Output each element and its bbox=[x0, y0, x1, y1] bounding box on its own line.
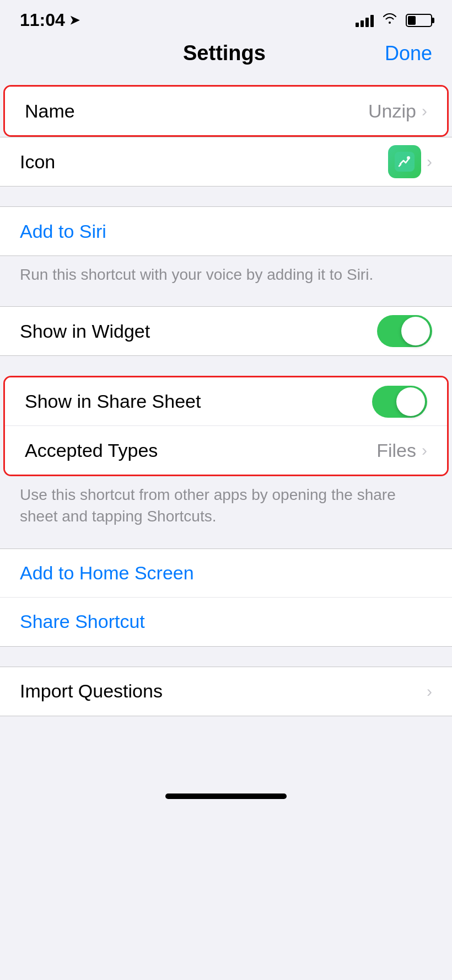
home-screen-section: Add to Home Screen Share Shortcut bbox=[0, 548, 452, 647]
siri-description: Run this shortcut with your voice by add… bbox=[0, 256, 452, 296]
signal-bar-3 bbox=[365, 18, 369, 27]
signal-bar-1 bbox=[356, 23, 359, 27]
icon-row[interactable]: Icon › bbox=[0, 137, 452, 186]
status-time: 11:04 ➤ bbox=[20, 10, 79, 30]
widget-section: Show in Widget bbox=[0, 306, 452, 356]
signal-bar-2 bbox=[360, 20, 364, 27]
icon-label: Icon bbox=[20, 151, 55, 173]
accepted-types-value-group: Files › bbox=[376, 440, 427, 461]
share-shortcut-row[interactable]: Share Shortcut bbox=[0, 598, 452, 646]
icon-badge bbox=[388, 145, 421, 178]
location-icon: ➤ bbox=[69, 13, 79, 28]
add-to-siri-row[interactable]: Add to Siri bbox=[0, 207, 452, 255]
svg-point-1 bbox=[407, 156, 410, 159]
signal-bars bbox=[356, 14, 374, 27]
import-section: Import Questions › bbox=[0, 667, 452, 716]
import-questions-label: Import Questions bbox=[20, 680, 163, 702]
add-to-siri-label: Add to Siri bbox=[20, 221, 106, 242]
accepted-types-value: Files bbox=[376, 440, 416, 461]
home-bar bbox=[165, 793, 287, 799]
siri-section: Add to Siri bbox=[0, 206, 452, 256]
wifi-icon bbox=[381, 12, 398, 29]
add-to-home-screen-row[interactable]: Add to Home Screen bbox=[0, 549, 452, 598]
home-indicator bbox=[0, 782, 452, 816]
name-chevron: › bbox=[422, 102, 427, 120]
page-title: Settings bbox=[64, 41, 385, 65]
name-value: Unzip bbox=[368, 100, 416, 122]
accepted-types-chevron: › bbox=[422, 441, 427, 460]
accepted-types-row[interactable]: Accepted Types Files › bbox=[5, 426, 447, 475]
name-row[interactable]: Name Unzip › bbox=[5, 87, 447, 135]
name-label: Name bbox=[25, 100, 75, 122]
time-display: 11:04 bbox=[20, 10, 65, 30]
toggle-knob-2 bbox=[396, 387, 425, 416]
import-questions-chevron: › bbox=[427, 682, 432, 701]
done-button[interactable]: Done bbox=[385, 42, 432, 65]
show-in-share-sheet-row[interactable]: Show in Share Sheet bbox=[5, 377, 447, 426]
icon-chevron: › bbox=[427, 152, 432, 171]
show-in-widget-toggle[interactable] bbox=[377, 315, 432, 347]
icon-section: Icon › bbox=[0, 137, 452, 187]
show-in-share-sheet-toggle[interactable] bbox=[372, 386, 427, 418]
share-sheet-section: Show in Share Sheet Accepted Types Files… bbox=[3, 376, 449, 476]
toggle-knob bbox=[401, 317, 430, 345]
signal-bar-4 bbox=[370, 15, 374, 27]
show-in-share-sheet-label: Show in Share Sheet bbox=[25, 391, 201, 412]
show-in-widget-row[interactable]: Show in Widget bbox=[0, 307, 452, 355]
name-value-group: Unzip › bbox=[368, 100, 427, 122]
nav-bar: Settings Done bbox=[0, 36, 452, 75]
status-icons bbox=[356, 12, 432, 29]
battery-icon bbox=[406, 14, 432, 27]
status-bar: 11:04 ➤ bbox=[0, 0, 452, 36]
show-in-widget-label: Show in Widget bbox=[20, 321, 150, 342]
import-questions-row[interactable]: Import Questions › bbox=[0, 667, 452, 716]
import-questions-value-group: › bbox=[427, 682, 432, 701]
name-section: Name Unzip › bbox=[3, 85, 449, 137]
accepted-types-label: Accepted Types bbox=[25, 440, 158, 461]
add-to-home-screen-label: Add to Home Screen bbox=[20, 562, 194, 584]
icon-value-group: › bbox=[388, 145, 432, 178]
share-sheet-description: Use this shortcut from other apps by ope… bbox=[0, 476, 452, 538]
share-shortcut-label: Share Shortcut bbox=[20, 611, 145, 632]
